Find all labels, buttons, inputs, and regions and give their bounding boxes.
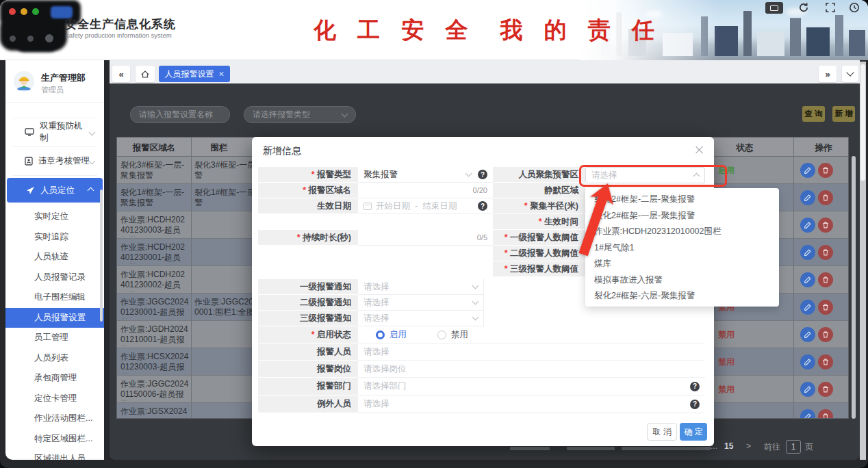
sidebar-subitem[interactable]: 实时定位 [5,207,104,227]
col-header-area-name: 报警区域名 [133,142,176,154]
delete-button[interactable] [818,245,833,260]
dropdown-option[interactable]: 裂化2#框架-六层-聚集报警 [585,288,779,304]
delete-button[interactable] [818,327,833,342]
close-tab-icon[interactable] [219,71,225,77]
search-input[interactable]: 请输入报警设置名称 [130,106,230,123]
pagination-goto-input[interactable]: 1 [786,440,801,454]
edit-button[interactable] [800,218,815,233]
collapse-sidebar-button[interactable]: « [112,66,130,82]
expand-tabs-button[interactable]: » [819,66,837,82]
status-badge: 禁用 [718,385,766,395]
duration-input[interactable]: 0/5 [358,230,493,246]
field-label-alarm-post: 报警岗位 [258,361,358,378]
screen-share-icon[interactable] [765,2,783,14]
edit-button[interactable] [800,354,815,369]
dropdown-option[interactable]: 裂化2#框架-一层-聚集报警 [585,208,779,224]
field-label-level2-notify: 二级报警通知 [258,295,358,311]
sidebar-subitem[interactable]: 特定区域围栏... [5,429,104,450]
cancel-button[interactable]: 取 消 [647,423,677,441]
edit-button[interactable] [800,245,815,260]
radio-disabled-label[interactable]: 禁用 [451,329,468,341]
edit-button[interactable] [800,272,815,287]
window-scrollbar[interactable] [860,62,866,460]
home-icon [140,70,150,79]
query-button[interactable]: 查 询 [802,106,825,122]
help-icon[interactable]: ? [478,170,487,179]
home-tab-button[interactable] [136,66,155,82]
tab-personnel-alarm-settings[interactable]: 人员报警设置 [159,66,230,82]
alarm-type-select[interactable]: 请选择报警类型 [244,106,356,123]
edit-button[interactable] [800,409,815,419]
effective-date-range-picker[interactable]: 开始日期 - 结束日期 ? [358,198,493,214]
sidebar-subitem[interactable]: 定位卡管理 [5,389,104,409]
sidebar-subitem[interactable]: 承包商管理 [5,368,104,389]
traffic-light-minimize[interactable] [21,8,27,15]
sidebar-item-dual-prevention[interactable]: 双重预防机制 [5,120,104,144]
edit-button[interactable] [800,382,815,397]
delete-button[interactable] [818,354,833,369]
clock-icon[interactable] [849,2,860,16]
dropdown-option[interactable]: 1#尾气除1 [585,240,779,257]
confirm-button[interactable]: 确 定 [680,423,707,441]
chevron-down-icon [472,314,479,321]
sidebar-subitem[interactable]: 作业活动围栏... [5,408,104,429]
status-badge: 禁用 [718,357,766,367]
chevron-up-icon [88,187,94,194]
traffic-light-zoom[interactable] [32,8,39,15]
level1-notify-select[interactable]: 请选择 [358,279,484,295]
help-icon[interactable]: ? [690,382,700,391]
alarm-dept-select[interactable]: 请选择部门? [358,378,705,395]
area-name-input[interactable]: 0/20 [358,183,493,198]
sidebar-scrollbar[interactable] [100,190,103,322]
alarm-type-select-field[interactable]: 聚集报警 ? [358,167,493,183]
alarm-post-select[interactable]: 请选择岗位 [358,361,705,378]
delete-button[interactable] [818,163,833,178]
col-header-operation: 操作 [815,142,832,154]
app-window: 安全生产信息化系统 safety production information … [0,0,868,468]
dropdown-option[interactable]: 煤库 [585,256,779,272]
level2-notify-select[interactable]: 请选择 [358,295,484,311]
add-button[interactable]: 新 增 [832,106,855,122]
level3-notify-select[interactable]: 请选择 [358,311,484,326]
traffic-light-close[interactable] [9,8,16,15]
dropdown-option[interactable]: 作业票:HCDH202312010002围栏 [585,224,779,240]
sidebar-subitem[interactable]: 人员列表 [5,348,104,369]
radio-enabled[interactable] [376,330,385,339]
edit-button[interactable] [800,190,815,205]
pagination-next-button[interactable]: > [746,441,751,451]
sidebar-subitem[interactable]: 人员报警设置 [5,308,104,328]
delete-button[interactable] [818,272,833,287]
help-icon[interactable]: ? [478,201,487,211]
delete-button[interactable] [818,218,833,233]
sidebar-subitem[interactable]: 电子围栏编辑 [5,287,104,308]
refresh-icon[interactable] [798,2,809,16]
delete-button[interactable] [818,409,833,419]
modal-close-icon[interactable] [695,145,704,155]
radio-disabled[interactable] [437,330,446,339]
sidebar-item-violation-assessment[interactable]: 违章考核管理 [5,149,104,172]
sidebar-subitem[interactable]: 实时追踪 [5,227,104,248]
dropdown-option[interactable]: 模拟事故进入报警 [585,272,779,289]
delete-button[interactable] [818,190,833,205]
table-scrollbar[interactable] [852,156,856,419]
edit-button[interactable] [800,300,815,315]
edit-button[interactable] [800,163,815,178]
pagination-page-15[interactable]: 15 [724,441,733,451]
delete-button[interactable] [818,300,833,315]
enable-status-radio-group: 启用 禁用 [358,326,705,343]
sidebar-subitem[interactable]: 人员报警记录 [5,268,104,288]
edit-button[interactable] [800,327,815,342]
tab-menu-button[interactable] [842,66,858,82]
delete-button[interactable] [818,382,833,397]
help-icon[interactable]: ? [690,400,700,409]
exception-person-select[interactable]: 请选择? [358,395,705,413]
modal-title: 新增信息 [263,145,301,157]
alarm-person-select[interactable]: 请选择 [358,343,705,361]
sidebar-item-personnel-location[interactable]: 人员定位 [7,178,103,203]
sidebar-subitem[interactable]: 人员轨迹 [5,247,104,268]
cell-area-name: 作业票:JGGC202401150006-超员报警 [120,379,189,401]
sidebar-subitem[interactable]: 员工管理 [5,328,104,348]
sidebar-subitem[interactable]: 区域进出人员 [5,449,104,460]
fullscreen-icon[interactable] [826,3,835,15]
radio-enabled-label[interactable]: 启用 [390,329,407,341]
